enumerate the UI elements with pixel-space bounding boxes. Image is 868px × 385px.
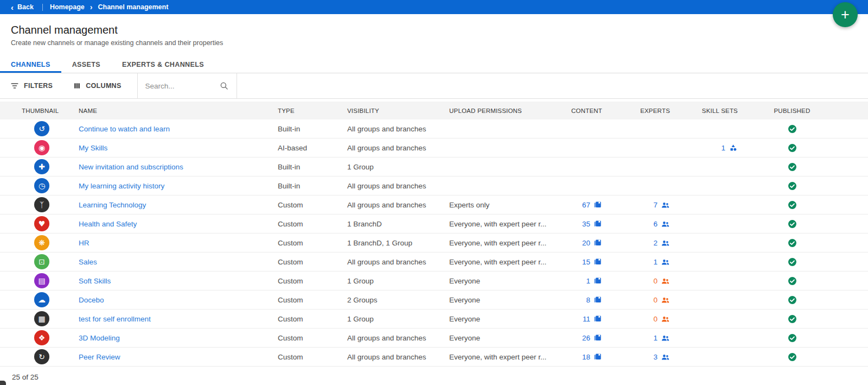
content-count-link[interactable]: 67 xyxy=(582,200,602,209)
upload-permissions-cell: Everyone xyxy=(443,315,559,323)
published-cell xyxy=(738,257,846,267)
published-check-icon xyxy=(788,295,797,305)
content-count-link[interactable]: 1 xyxy=(586,276,602,285)
published-check-icon xyxy=(788,333,797,343)
person-add-icon: ✚ xyxy=(34,159,49,174)
published-check-icon xyxy=(788,314,797,324)
upload-permissions-cell: Everyone xyxy=(443,277,559,285)
upload-permissions-cell: Everyone, with expert peer r... xyxy=(443,353,559,361)
columns-label: COLUMNS xyxy=(86,82,121,90)
published-check-icon xyxy=(788,162,797,172)
channel-name-link[interactable]: Soft Skills xyxy=(79,277,111,285)
tab-experts-channels[interactable]: EXPERTS & CHANNELS xyxy=(111,56,215,73)
cloud-icon: ☁ xyxy=(34,292,49,307)
type-cell: Custom xyxy=(271,239,341,247)
experts-count-link[interactable]: 1 xyxy=(653,257,670,267)
channel-name-link[interactable]: test for self enrollment xyxy=(79,315,151,323)
book-icon: ▤ xyxy=(34,273,49,288)
visibility-cell: 1 BranchD xyxy=(341,220,443,228)
type-cell: Custom xyxy=(271,277,341,285)
experts-count-link[interactable]: 0 xyxy=(653,276,670,286)
experts-count-link[interactable]: 6 xyxy=(653,219,670,229)
column-header-visibility: VISIBILITY xyxy=(341,108,443,114)
column-header-upload-permissions: UPLOAD PERMISSIONS xyxy=(443,108,559,114)
channel-name-link[interactable]: Docebo xyxy=(79,296,104,304)
table-toolbar: FILTERS COLUMNS xyxy=(0,73,868,99)
published-cell xyxy=(738,333,846,343)
experts-count-link[interactable]: 7 xyxy=(653,200,670,210)
visibility-cell: 1 Group xyxy=(341,163,443,171)
channel-name-link[interactable]: Continue to watch and learn xyxy=(79,125,170,133)
column-header-experts: EXPERTS xyxy=(602,108,670,114)
experts-count-link[interactable]: 1 xyxy=(653,333,670,343)
skill-sets-shapes-icon xyxy=(729,143,738,153)
channel-name-link[interactable]: My learning activity history xyxy=(79,182,164,190)
published-cell xyxy=(738,314,846,324)
thumbnail-cell: ⊡ xyxy=(0,254,79,269)
experts-count-link[interactable]: 3 xyxy=(653,352,670,362)
thumbnail-cell: ↻ xyxy=(0,349,79,364)
channel-name-link[interactable]: Health and Safety xyxy=(79,220,137,228)
visibility-cell: All groups and branches xyxy=(341,144,443,152)
banknote-icon: ⊡ xyxy=(34,254,49,269)
type-cell: Custom xyxy=(271,315,341,323)
table-body: ↺ Continue to watch and learn Built-in A… xyxy=(0,119,868,367)
content-count-link[interactable]: 15 xyxy=(582,257,602,266)
search-icon[interactable] xyxy=(219,81,229,91)
content-count-link[interactable]: 20 xyxy=(582,238,602,247)
search-input[interactable] xyxy=(145,82,219,90)
experts-count-link[interactable]: 0 xyxy=(653,314,670,324)
clock-icon: ◷ xyxy=(34,178,49,193)
grid-icon: ▦ xyxy=(34,311,49,326)
channel-name-link[interactable]: New invitation and subscriptions xyxy=(79,163,183,171)
channel-name-link[interactable]: Learning Technology xyxy=(79,201,146,209)
breadcrumb-homepage[interactable]: Homepage xyxy=(50,3,85,11)
back-button[interactable]: ‹ Back xyxy=(0,0,42,14)
back-label: Back xyxy=(17,3,34,11)
thumbnail-cell: ◷ xyxy=(0,178,79,193)
experts-people-icon xyxy=(661,314,670,324)
content-count-link[interactable]: 18 xyxy=(582,352,602,361)
content-count-link[interactable]: 8 xyxy=(586,295,602,304)
channel-name-link[interactable]: Peer Review xyxy=(79,353,120,361)
thumbnail-cell: ▦ xyxy=(0,311,79,326)
experts-people-icon xyxy=(661,238,670,248)
type-cell: Custom xyxy=(271,258,341,266)
tab-bar: CHANNELS ASSETS EXPERTS & CHANNELS xyxy=(0,56,868,73)
table-row: ↻ Peer Review Custom All groups and bran… xyxy=(0,348,868,367)
tab-assets[interactable]: ASSETS xyxy=(61,56,111,73)
channel-name-link[interactable]: My Skills xyxy=(79,144,107,152)
channel-name-link[interactable]: Sales xyxy=(79,258,97,266)
type-cell: Custom xyxy=(271,353,341,361)
experts-people-icon xyxy=(661,200,670,210)
tab-channels[interactable]: CHANNELS xyxy=(0,56,61,73)
published-check-icon xyxy=(788,257,797,267)
content-count-link[interactable]: 11 xyxy=(583,314,602,323)
type-cell: Custom xyxy=(271,334,341,342)
experts-count-link[interactable]: 0 xyxy=(653,295,670,305)
row-count-label: 25 of 25 xyxy=(0,367,868,381)
type-cell: Custom xyxy=(271,296,341,304)
person-arms-up-icon: ᛉ xyxy=(34,197,49,212)
channel-name-link[interactable]: HR xyxy=(79,239,90,247)
published-check-icon xyxy=(788,143,797,153)
type-cell: AI-based xyxy=(271,144,341,152)
experts-count-link[interactable]: 2 xyxy=(653,238,670,248)
type-cell: Built-in xyxy=(271,163,341,171)
published-cell xyxy=(738,295,846,305)
add-channel-button[interactable]: + xyxy=(833,2,858,27)
columns-button[interactable]: COLUMNS xyxy=(63,73,131,98)
filters-button[interactable]: FILTERS xyxy=(0,73,63,98)
published-check-icon xyxy=(788,276,797,286)
upload-permissions-cell: Everyone xyxy=(443,296,559,304)
table-row: ⊡ Sales Custom All groups and branches E… xyxy=(0,253,868,272)
experts-people-icon xyxy=(661,333,670,343)
chevron-right-icon: › xyxy=(90,3,93,11)
table-row: ◉ My Skills AI-based All groups and bran… xyxy=(0,138,868,157)
published-cell xyxy=(738,181,846,191)
content-count-link[interactable]: 35 xyxy=(582,219,602,228)
thumbnail-cell: ▤ xyxy=(0,273,79,288)
content-count-link[interactable]: 26 xyxy=(582,333,602,342)
channel-name-link[interactable]: 3D Modeling xyxy=(79,334,120,342)
skill-sets-count-link[interactable]: 1 xyxy=(721,143,738,153)
